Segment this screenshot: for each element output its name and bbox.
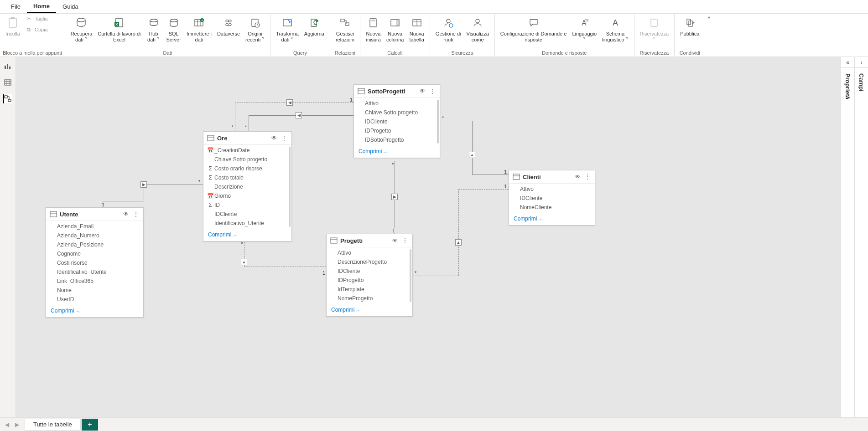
schema-button[interactable]: A Schema linguistico ˅ [599, 14, 631, 45]
transform-data-button[interactable]: Trasforma dati ˅ [273, 14, 301, 45]
more-options-icon[interactable]: ⋮ [281, 135, 288, 141]
rel-arrow-icon[interactable]: ▲ [241, 259, 247, 265]
ribbon-collapse-button[interactable]: ^ [705, 14, 713, 56]
manage-roles-button[interactable]: Gestione di ruoli [433, 14, 464, 45]
visibility-icon[interactable]: 👁 [419, 88, 426, 94]
more-options-icon[interactable]: ⋮ [401, 237, 409, 244]
sql-server-button[interactable]: SQL Server [164, 14, 184, 45]
rel-arrow-icon[interactable]: ▲ [469, 152, 475, 158]
field-item[interactable]: Azienda_Posizione [46, 240, 143, 249]
field-item[interactable]: UserID [46, 295, 143, 304]
group-data-label: Dati [68, 49, 268, 56]
rel-arrow-icon[interactable]: ▶ [391, 194, 398, 200]
visibility-icon[interactable]: 👁 [391, 237, 399, 244]
data-view-button[interactable] [3, 78, 12, 87]
expand-pane-icon[interactable]: « [841, 57, 854, 68]
refresh-button[interactable]: Aggiorna [301, 14, 327, 39]
publish-icon [682, 15, 697, 30]
dataverse-button[interactable]: Dataverse [214, 14, 243, 39]
collapse-button[interactable]: Comprimi︿ [46, 305, 143, 317]
field-item[interactable]: Azienda_Email [46, 222, 143, 231]
add-layout-button[interactable]: + [82, 419, 98, 431]
excel-button[interactable]: X Cartella di lavoro di Excel [95, 14, 143, 45]
manage-relations-button[interactable]: Gestisci relazioni [333, 14, 357, 45]
field-item[interactable]: Identificativo_Utente [203, 219, 291, 228]
field-item[interactable]: Chiave Sotto progetto [354, 108, 440, 117]
more-options-icon[interactable]: ⋮ [584, 174, 591, 180]
tab-file[interactable]: File [5, 1, 27, 12]
model-canvas[interactable]: ▶ 1 * ◀ * 1 ◀ * ▲ * 1 ▶ * 1 ▲ * 1 ▲ * 1 … [16, 57, 841, 417]
pane-properties[interactable]: « Proprietà [841, 57, 854, 417]
field-item[interactable]: ΣCosto orario risorse [203, 164, 291, 173]
ribbon-group-sensitivity: Riservatezza ˅ Riservatezza [634, 14, 675, 56]
field-item[interactable]: IDProgetto [354, 126, 440, 135]
table-icon [513, 173, 520, 180]
more-options-icon[interactable]: ⋮ [132, 211, 140, 217]
field-item[interactable]: IdTemplate [327, 285, 412, 294]
field-item[interactable]: Azienda_Numero [46, 231, 143, 240]
field-item[interactable]: Cognome [46, 249, 143, 258]
field-item[interactable]: Attivo [354, 99, 440, 108]
field-item[interactable]: Attivo [509, 185, 595, 194]
tab-guide[interactable]: Guida [56, 1, 85, 12]
field-item[interactable]: Costi risorse [46, 258, 143, 267]
field-item[interactable]: 📅Giorno [203, 191, 291, 200]
field-item[interactable]: Chiave Sotto progetto [203, 155, 291, 164]
data-hub-button[interactable]: Hub dati ˅ [144, 14, 164, 45]
field-item[interactable]: IDSottoProgetto [354, 135, 440, 144]
field-item[interactable]: ΣID [203, 200, 291, 210]
entity-sottoprogetti[interactable]: SottoProgetti 👁 ⋮ Attivo Chiave Sotto pr… [353, 84, 440, 158]
field-item[interactable]: IDCliente [203, 210, 291, 219]
ribbon-group-security: Gestione di ruoli Visualizza come Sicure… [430, 14, 495, 56]
new-measure-button[interactable]: Nuova misura [363, 14, 384, 45]
field-item[interactable]: IDCliente [327, 267, 412, 276]
recent-sources-button[interactable]: Origini recenti ˅ [243, 14, 267, 45]
tab-nav-prev-button[interactable]: ◀ [2, 421, 12, 428]
get-data-button[interactable]: Recupera dati ˅ [68, 14, 95, 45]
tab-home[interactable]: Home [27, 0, 56, 13]
visibility-icon[interactable]: 👁 [122, 211, 130, 217]
expand-pane-icon[interactable]: ‹ [855, 57, 868, 68]
entity-progetti[interactable]: Progetti 👁 ⋮ Attivo DescrizioneProgetto … [326, 234, 413, 317]
tab-nav-next-button[interactable]: ▶ [12, 421, 22, 428]
entity-clienti[interactable]: Clienti 👁 ⋮ Attivo IDCliente NomeCliente… [509, 170, 595, 226]
model-view-button[interactable] [3, 94, 12, 103]
qa-config-button[interactable]: Configurazione di Domande e risposte [498, 14, 570, 45]
publish-button[interactable]: Pubblica [677, 14, 702, 39]
field-item[interactable]: Link_Office365 [46, 277, 143, 286]
collapse-button[interactable]: Comprimi︿ [509, 213, 595, 225]
sigma-icon: Σ [207, 202, 213, 208]
visibility-icon[interactable]: 👁 [574, 174, 581, 180]
field-item[interactable]: Identificativo_Utente [46, 267, 143, 277]
field-item[interactable]: Attivo [327, 248, 412, 257]
field-item[interactable]: NomeProgetto [327, 294, 412, 303]
collapse-button[interactable]: Comprimi︿ [354, 145, 440, 158]
field-item[interactable]: NomeCliente [509, 203, 595, 212]
entity-utente[interactable]: Utente 👁 ⋮ Azienda_Email Azienda_Numero … [46, 207, 144, 318]
field-item[interactable]: Nome [46, 286, 143, 295]
enter-data-button[interactable]: + Immettere i dati [184, 14, 214, 45]
layout-tab-all-tables[interactable]: Tutte le tabelle [25, 419, 81, 431]
field-item[interactable]: 📅_CreationDate [203, 146, 291, 155]
view-as-button[interactable]: Visualizza come [464, 14, 492, 45]
new-table-button[interactable]: Nuova tabella [406, 14, 426, 45]
rel-arrow-icon[interactable]: ◀ [286, 99, 293, 106]
field-item[interactable]: IDCliente [354, 117, 440, 126]
field-item[interactable]: IDCliente [509, 194, 595, 203]
rel-arrow-icon[interactable]: ▲ [455, 239, 462, 246]
more-options-icon[interactable]: ⋮ [429, 88, 436, 94]
rel-arrow-icon[interactable]: ▶ [140, 181, 147, 188]
visibility-icon[interactable]: 👁 [270, 135, 278, 141]
pane-fields[interactable]: ‹ Campi [854, 57, 868, 417]
collapse-button[interactable]: Comprimi︿ [203, 229, 291, 241]
rel-arrow-icon[interactable]: ◀ [296, 112, 302, 118]
entity-ore[interactable]: Ore 👁 ⋮ 📅_CreationDate Chiave Sotto prog… [203, 131, 292, 241]
language-button[interactable]: A字 Linguaggio ˅ [569, 14, 599, 45]
new-column-button[interactable]: Nuova colonna [384, 14, 407, 45]
field-item[interactable]: DescrizioneProgetto [327, 257, 412, 267]
report-view-button[interactable] [3, 62, 12, 71]
field-item[interactable]: IDProgetto [327, 276, 412, 285]
collapse-button[interactable]: Comprimi︿ [327, 304, 412, 316]
field-item[interactable]: ΣCosto totale [203, 173, 291, 182]
field-item[interactable]: Descrizione [203, 182, 291, 191]
